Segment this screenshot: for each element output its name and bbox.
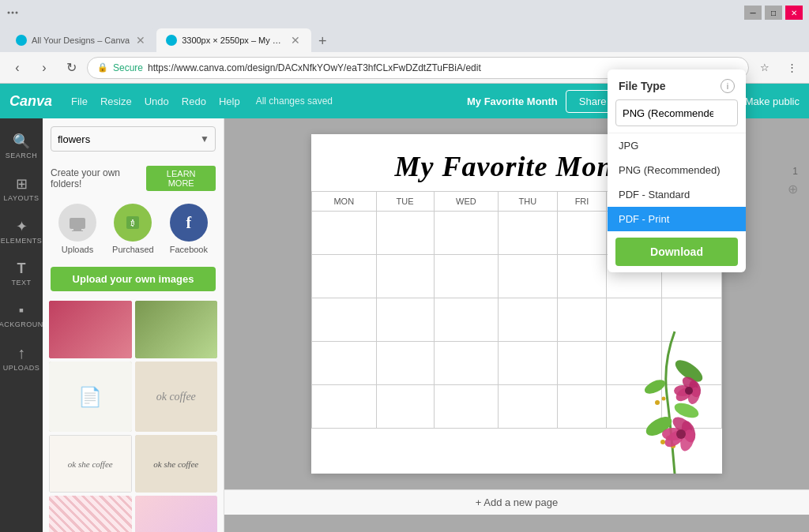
tab-editor[interactable]: 3300px × 2550px – My F… ✕ — [156, 28, 311, 52]
svg-point-21 — [671, 444, 675, 448]
canva-logo: Canva — [9, 93, 52, 110]
svg-point-24 — [662, 428, 684, 440]
sidebar: 🔍 SEARCH ⊞ LAYOUTS ✦ ELEMENTS T TEXT ▪ B… — [0, 118, 43, 532]
file-options-list: JPG PNG (Recommended) PDF - Standard PDF… — [608, 133, 746, 231]
sidebar-label-background: BACKGROUND — [0, 320, 49, 328]
text-icon: T — [13, 260, 30, 277]
day-header-thu: THU — [499, 192, 557, 212]
thumbnail-item-4[interactable]: ok coffee — [135, 362, 218, 432]
browser-menu-icon[interactable] — [6, 6, 19, 19]
svg-point-29 — [676, 429, 686, 439]
calendar-row-4 — [312, 342, 722, 385]
option-png[interactable]: PNG (Recommended) — [608, 158, 746, 182]
day-header-fri: FRI — [557, 192, 607, 212]
svg-point-0 — [8, 12, 10, 14]
cal-cell — [662, 385, 722, 429]
sidebar-item-layouts[interactable]: ⊞ LAYOUTS — [0, 169, 43, 208]
sidebar-label-search: SEARCH — [6, 152, 38, 159]
sidebar-item-uploads[interactable]: ↑ UPLOADS — [0, 338, 43, 378]
back-button[interactable]: ‹ — [6, 57, 28, 79]
file-type-select-wrapper: PNG (Recommended) JPG PDF - Standard PDF… — [608, 99, 746, 133]
minimize-button[interactable]: ─ — [744, 6, 762, 20]
search-input[interactable] — [51, 126, 216, 152]
sidebar-item-text[interactable]: T TEXT — [0, 254, 43, 293]
cal-cell — [312, 342, 377, 385]
tab-label-2: 3300px × 2550px – My F… — [182, 36, 284, 45]
learn-more-button[interactable]: LEARN MORE — [146, 166, 216, 191]
upload-sources: Uploads ₿ Purchased f Facebook — [43, 197, 224, 260]
tab-all-designs[interactable]: All Your Designs – Canva ✕ — [6, 28, 156, 52]
menu-redo[interactable]: Redo — [182, 96, 206, 107]
purchased-icon: ₿ — [114, 204, 152, 242]
elements-icon: ✦ — [13, 218, 30, 235]
menu-undo[interactable]: Undo — [145, 96, 169, 107]
cal-cell — [557, 298, 607, 342]
forward-button[interactable]: › — [33, 57, 55, 79]
option-jpg[interactable]: JPG — [608, 133, 746, 158]
cal-cell — [376, 255, 434, 298]
tab-bar: All Your Designs – Canva ✕ 3300px × 2550… — [0, 25, 809, 52]
cal-cell — [557, 212, 607, 255]
cal-cell — [312, 298, 377, 342]
info-icon[interactable]: i — [721, 79, 735, 93]
cal-cell — [376, 298, 434, 342]
thumbnail-item-5[interactable]: ok she coffee — [49, 435, 132, 493]
calendar-row-3 — [312, 298, 722, 342]
sidebar-label-uploads: UPLOADS — [3, 364, 40, 372]
upload-images-button[interactable]: Upload your own images — [51, 267, 216, 291]
secure-label: Secure — [113, 62, 143, 73]
facebook-tab-label: Facebook — [170, 245, 208, 254]
tab-close-1[interactable]: ✕ — [134, 34, 147, 47]
cal-cell — [499, 342, 557, 385]
sidebar-item-elements[interactable]: ✦ ELEMENTS — [0, 212, 43, 251]
menu-help[interactable]: Help — [219, 96, 240, 107]
upload-source-device[interactable]: Uploads — [58, 204, 96, 254]
upload-source-purchased[interactable]: ₿ Purchased — [112, 204, 154, 254]
cal-cell — [557, 255, 607, 298]
svg-rect-3 — [70, 218, 85, 229]
cal-cell — [376, 342, 434, 385]
close-button[interactable]: ✕ — [785, 6, 803, 20]
browser-menu-button[interactable]: ⋮ — [781, 57, 803, 79]
menu-file[interactable]: File — [71, 96, 88, 107]
refresh-button[interactable]: ↻ — [60, 57, 82, 79]
sidebar-item-background[interactable]: ▪ BACKGROUND — [0, 296, 43, 335]
cal-cell — [434, 342, 499, 385]
secure-icon: 🔒 — [97, 62, 108, 73]
add-page-bar[interactable]: + Add a new page — [224, 489, 809, 515]
thumbnail-item-1[interactable] — [49, 301, 132, 358]
new-tab-button[interactable]: + — [311, 30, 333, 52]
upload-source-facebook[interactable]: f Facebook — [170, 204, 208, 254]
thumbnail-item-7[interactable] — [49, 496, 132, 532]
uploads-tab-label: Uploads — [62, 245, 93, 254]
thumbnail-item-3[interactable]: 📄 — [49, 362, 132, 432]
day-header-tue: TUE — [376, 192, 434, 212]
copy-page-button[interactable]: ⊕ — [788, 182, 798, 197]
svg-point-20 — [666, 436, 671, 440]
sidebar-item-search[interactable]: 🔍 SEARCH — [0, 126, 43, 166]
file-type-select[interactable]: PNG (Recommended) JPG PDF - Standard PDF… — [615, 99, 738, 126]
facebook-icon: f — [170, 204, 208, 242]
tab-label-1: All Your Designs – Canva — [32, 36, 130, 45]
make-public-button[interactable]: Make public — [745, 96, 800, 107]
bookmark-button[interactable]: ☆ — [754, 57, 776, 79]
cal-cell — [434, 212, 499, 255]
cal-cell — [499, 212, 557, 255]
option-pdf-standard[interactable]: PDF - Standard — [608, 182, 746, 207]
panel-search-area: ▼ — [43, 118, 224, 159]
tab-close-2[interactable]: ✕ — [289, 34, 302, 47]
folders-section: Create your own folders! LEARN MORE — [43, 159, 224, 197]
search-dropdown-arrow: ▼ — [200, 133, 209, 144]
option-pdf-print[interactable]: PDF - Print — [608, 207, 746, 231]
svg-point-1 — [12, 12, 14, 14]
day-header-mon: MON — [312, 192, 377, 212]
device-icon — [58, 204, 96, 242]
search-box-wrapper: ▼ — [51, 126, 216, 152]
download-action-button[interactable]: Download — [615, 238, 738, 266]
thumbnail-item-6[interactable]: ok she coffee — [135, 435, 218, 493]
purchased-tab-label: Purchased — [112, 245, 154, 254]
menu-resize[interactable]: Resize — [100, 96, 132, 107]
thumbnail-item-2[interactable] — [135, 301, 218, 358]
thumbnail-item-8[interactable] — [135, 496, 218, 532]
maximize-button[interactable]: □ — [765, 6, 782, 20]
